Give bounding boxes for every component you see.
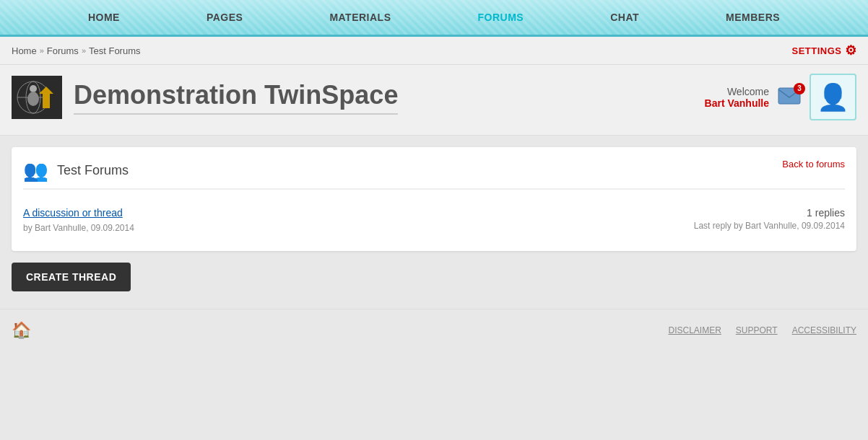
svg-point-5 [30,85,37,92]
svg-point-6 [27,92,39,106]
thread-row: A discussion or thread by Bart Vanhulle,… [23,201,845,239]
forum-group-icon: 👥 [23,159,48,182]
logo-svg [12,76,62,119]
nav-materials[interactable]: MATERIALS [286,0,434,35]
user-name[interactable]: Bart Vanhulle [705,97,769,109]
welcome-block: Welcome Bart Vanhulle [705,86,769,109]
nav-pages[interactable]: PAGES [163,0,286,35]
thread-author-meta: by Bart Vanhulle, 09.09.2014 [23,223,134,233]
reply-count: 1 replies [694,207,845,219]
home-icon[interactable]: 🏠 [12,321,31,340]
nav-chat[interactable]: CHAT [567,0,682,35]
content-area: 👥 Test Forums Back to forums A discussio… [0,136,868,309]
disclaimer-link[interactable]: DISCLAIMER [668,325,721,335]
forum-title: Test Forums [57,163,129,178]
forum-title-wrap: 👥 Test Forums [23,159,129,182]
support-link[interactable]: SUPPORT [736,325,778,335]
footer-links: DISCLAIMER SUPPORT ACCESSIBILITY [668,325,856,335]
breadcrumb-current: Test Forums [89,45,141,56]
footer-bar: 🏠 DISCLAIMER SUPPORT ACCESSIBILITY [0,309,868,351]
back-to-forums-link[interactable]: Back to forums [782,159,845,170]
nav-home[interactable]: HOME [45,0,163,35]
breadcrumb-home[interactable]: Home [12,45,37,56]
header-left: Demonstration TwinSpace [12,76,398,119]
forum-card: 👥 Test Forums Back to forums A discussio… [12,147,856,251]
nav-members[interactable]: MEMBERS [682,0,823,35]
avatar[interactable]: 👤 [810,74,856,120]
header-section: Demonstration TwinSpace Welcome Bart Van… [0,65,868,136]
settings-button[interactable]: SETTINGS ⚙ [791,43,856,58]
last-reply: Last reply by Bart Vanhulle, 09.09.2014 [694,221,845,231]
site-logo [12,76,62,119]
create-thread-wrap: CREATE THREAD [12,251,856,297]
gear-icon: ⚙ [845,43,857,58]
create-thread-button[interactable]: CREATE THREAD [12,263,131,291]
thread-title-link[interactable]: A discussion or thread [23,207,694,219]
welcome-text: Welcome [705,86,769,97]
mail-badge: 3 [794,83,805,94]
mail-button[interactable]: 3 [778,87,801,107]
nav-forums[interactable]: FORUMS [435,0,568,35]
accessibility-link[interactable]: ACCESSIBILITY [792,325,856,335]
navigation-bar: HOME PAGES MATERIALS FORUMS CHAT MEMBERS [0,0,868,37]
breadcrumb-sep1: » [40,46,44,55]
breadcrumb: Home » Forums » Test Forums [12,45,141,56]
breadcrumb-forums[interactable]: Forums [47,45,79,56]
breadcrumb-bar: Home » Forums » Test Forums SETTINGS ⚙ [0,37,868,65]
thread-left: A discussion or thread by Bart Vanhulle,… [23,207,694,234]
breadcrumb-sep2: » [82,46,86,55]
header-right: Welcome Bart Vanhulle 3 👤 [705,74,856,120]
forum-card-header: 👥 Test Forums Back to forums [23,159,845,190]
avatar-icon: 👤 [817,82,849,113]
site-title: Demonstration TwinSpace [74,80,398,115]
settings-label: SETTINGS [791,45,841,56]
thread-right: 1 replies Last reply by Bart Vanhulle, 0… [694,207,845,231]
